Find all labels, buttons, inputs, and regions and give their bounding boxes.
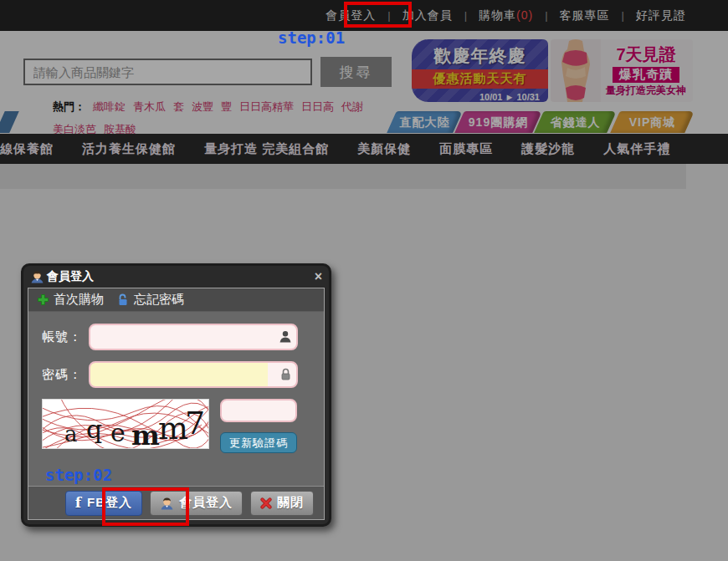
- lock-field-icon: [280, 368, 291, 380]
- modal-links-row: 首次購物 忘記密碼: [28, 288, 324, 312]
- captcha-letter: q: [86, 415, 102, 444]
- member-avatar-icon: [160, 497, 174, 510]
- forgot-password-link[interactable]: 忘記密碼: [117, 292, 184, 308]
- modal-footer: f FB登入 會員登入 關閉: [28, 486, 324, 519]
- unlock-icon: [117, 293, 130, 306]
- captcha-row: a q e m m 7 更新驗證碼: [42, 399, 324, 453]
- first-purchase-link[interactable]: 首次購物: [37, 292, 104, 308]
- facebook-icon: f: [75, 496, 82, 510]
- password-input[interactable]: [89, 361, 298, 388]
- member-login-button[interactable]: 會員登入: [150, 491, 243, 516]
- password-label: 密碼：: [42, 367, 89, 383]
- captcha-letter: m: [158, 410, 188, 446]
- captcha-input[interactable]: [220, 399, 297, 422]
- account-input[interactable]: [89, 324, 298, 350]
- member-avatar-icon: [30, 270, 44, 283]
- close-modal-button[interactable]: 關閉: [250, 491, 314, 516]
- fb-login-label: FB登入: [87, 495, 132, 511]
- red-x-icon: [260, 497, 272, 509]
- login-form: 帳號： 密碼：: [28, 312, 324, 453]
- modal-content: 首次購物 忘記密碼 帳號：: [28, 288, 325, 520]
- modal-close-x-icon[interactable]: ×: [315, 270, 322, 283]
- close-modal-label: 關閉: [277, 495, 304, 511]
- captcha-letter: e: [110, 418, 126, 447]
- modal-title: 會員登入: [47, 269, 94, 284]
- fb-login-button[interactable]: f FB登入: [65, 491, 142, 516]
- plus-icon: [37, 293, 49, 306]
- captcha-image: a q e m m 7: [42, 399, 209, 449]
- forgot-password-label: 忘記密碼: [134, 292, 184, 308]
- captcha-letter: a: [64, 421, 78, 446]
- member-login-label: 會員登入: [179, 495, 233, 511]
- refresh-captcha-button[interactable]: 更新驗證碼: [220, 432, 297, 453]
- person-field-icon: [279, 330, 291, 343]
- captcha-letter: m: [131, 420, 160, 449]
- modal-title-bar: 會員登入 ×: [23, 266, 329, 288]
- captcha-letter: 7: [185, 405, 205, 441]
- member-login-modal: 會員登入 × 首次購物 忘記密碼 帳號：: [21, 263, 331, 527]
- account-label: 帳號：: [42, 329, 89, 345]
- first-purchase-label: 首次購物: [54, 292, 104, 308]
